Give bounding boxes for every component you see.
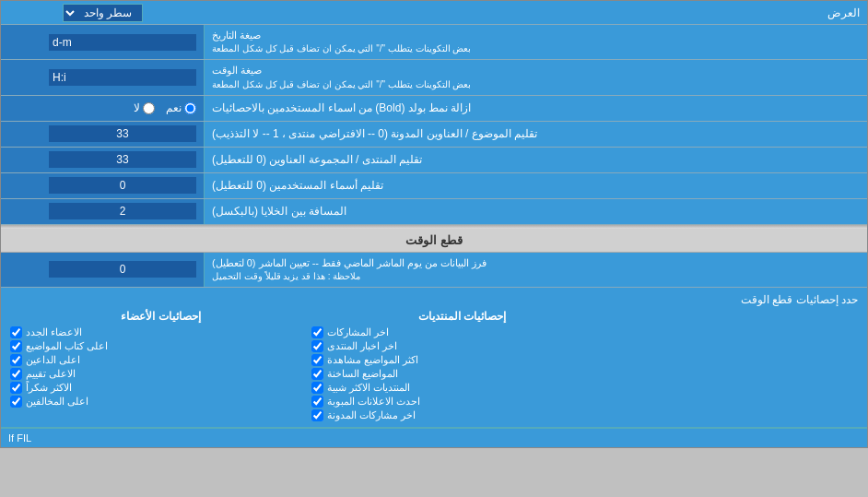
main-container: العرض سطر واحد سطرين ثلاثة أسطر صيغة الت…: [0, 0, 868, 448]
col3-header-spacer: [613, 310, 854, 326]
date-format-row: صيغة التاريخ بعض التكوينات يتطلب "/" الت…: [1, 25, 867, 60]
display-mode-row: العرض سطر واحد سطرين ثلاثة أسطر: [1, 1, 867, 25]
remove-bold-row: ازالة نمط بولد (Bold) من اسماء المستخدمي…: [1, 96, 867, 122]
cell-spacing-row: المسافة بين الخلايا (بالبكسل) 2: [1, 199, 867, 225]
stat-top-rated[interactable]: الاعلى تقييم: [10, 368, 311, 380]
stats-section: حدد إحصائيات قطع الوقت إحصائيات المنتديا…: [1, 288, 867, 428]
remove-bold-radio-group: نعم لا: [134, 101, 196, 114]
stat-last-posts[interactable]: اخر المشاركات: [311, 326, 613, 338]
stat-popular-forums[interactable]: المنتديات الاكثر شبية: [311, 382, 613, 394]
display-mode-label: العرض: [204, 3, 867, 23]
remove-bold-label: ازالة نمط بولد (Bold) من اسماء المستخدمي…: [204, 96, 867, 121]
cutoff-row: فرز البيانات من يوم الماشر الماضي فقط --…: [1, 253, 867, 288]
checkbox-top-violators[interactable]: [10, 396, 22, 408]
trim-usernames-input-area[interactable]: 0: [1, 173, 204, 198]
radio-yes-label[interactable]: نعم: [166, 101, 196, 114]
checkbox-last-posts[interactable]: [311, 326, 323, 338]
checkbox-top-authors[interactable]: [10, 340, 22, 352]
forum-stats-col: إحصائيات المنتديات اخر المشاركات اخر اخب…: [311, 310, 613, 421]
footer-text: If FIL: [8, 432, 31, 444]
cell-spacing-input-area[interactable]: 2: [1, 199, 204, 224]
stat-top-violators[interactable]: اعلى المخالفين: [10, 396, 311, 408]
sort-forum-input[interactable]: 33: [49, 151, 196, 168]
member-stats-col: إحصائيات الأعضاء الاعضاء الجدد اعلى كتاب…: [10, 310, 311, 421]
checkbox-new-members[interactable]: [10, 326, 22, 338]
cutoff-input-area[interactable]: 0: [1, 253, 204, 287]
checkbox-popular-forums[interactable]: [311, 382, 323, 394]
stat-classified-ads[interactable]: احدث الاعلانات المبوبة: [311, 396, 613, 408]
stat-blog-posts[interactable]: اخر مشاركات المدونة: [311, 409, 613, 421]
checkbox-most-viewed[interactable]: [311, 354, 323, 366]
stat-most-viewed[interactable]: اكثر المواضيع مشاهدة: [311, 354, 613, 366]
trim-usernames-label: تقليم أسماء المستخدمين (0 للتعطيل): [204, 173, 867, 198]
member-stats-header: إحصائيات الأعضاء: [10, 310, 311, 323]
checkbox-forum-news[interactable]: [311, 340, 323, 352]
cell-spacing-input[interactable]: 2: [49, 203, 196, 219]
date-format-label: صيغة التاريخ بعض التكوينات يتطلب "/" الت…: [204, 25, 867, 59]
checkbox-hot-topics[interactable]: [311, 368, 323, 380]
radio-yes[interactable]: [184, 102, 196, 114]
sort-subjects-row: تقليم الموضوع / العناوين المدونة (0 -- ا…: [1, 122, 867, 148]
stat-hot-topics[interactable]: المواضيع الساخنة: [311, 368, 613, 380]
cell-spacing-label: المسافة بين الخلايا (بالبكسل): [204, 199, 867, 224]
trim-usernames-input[interactable]: 0: [49, 177, 196, 194]
stats-columns: إحصائيات المنتديات اخر المشاركات اخر اخب…: [10, 310, 858, 421]
checkbox-most-thanked[interactable]: [10, 382, 22, 394]
forum-stats-header: إحصائيات المنتديات: [311, 310, 613, 323]
trim-usernames-row: تقليم أسماء المستخدمين (0 للتعطيل) 0: [1, 173, 867, 199]
display-mode-select-area[interactable]: سطر واحد سطرين ثلاثة أسطر: [1, 2, 204, 24]
col-label: [613, 310, 858, 421]
stat-top-authors[interactable]: اعلى كتاب المواضيع: [10, 340, 311, 352]
radio-no-label[interactable]: لا: [134, 101, 155, 114]
cutoff-input[interactable]: 0: [49, 261, 196, 278]
sort-subjects-input[interactable]: 33: [49, 125, 196, 142]
sort-subjects-label: تقليم الموضوع / العناوين المدونة (0 -- ا…: [204, 122, 867, 147]
sort-forum-label: تقليم المنتدى / المجموعة العناوين (0 للت…: [204, 148, 867, 172]
sort-subjects-input-area[interactable]: 33: [1, 122, 204, 147]
cutoff-label: فرز البيانات من يوم الماشر الماضي فقط --…: [204, 253, 867, 287]
time-format-row: صيغة الوقت بعض التكوينات يتطلب "/" التي …: [1, 60, 867, 95]
checkbox-blog-posts[interactable]: [311, 409, 323, 421]
stat-most-thanked[interactable]: الاكثر شكراً: [10, 382, 311, 394]
radio-no[interactable]: [143, 102, 155, 114]
checkbox-classified-ads[interactable]: [311, 396, 323, 408]
stat-forum-news[interactable]: اخر اخبار المنتدى: [311, 340, 613, 352]
display-mode-select[interactable]: سطر واحد سطرين ثلاثة أسطر: [63, 4, 143, 22]
sort-forum-row: تقليم المنتدى / المجموعة العناوين (0 للت…: [1, 148, 867, 173]
footer: If FIL: [1, 428, 867, 447]
sort-forum-input-area[interactable]: 33: [1, 148, 204, 172]
remove-bold-input-area: نعم لا: [1, 96, 204, 121]
time-format-label: صيغة الوقت بعض التكوينات يتطلب "/" التي …: [204, 60, 867, 94]
date-format-input-area[interactable]: d-m: [1, 25, 204, 59]
stat-new-members[interactable]: الاعضاء الجدد: [10, 326, 311, 338]
stat-top-inviters[interactable]: اعلى الداعين: [10, 354, 311, 366]
cutoff-section-header: قطع الوقت: [1, 229, 867, 253]
time-format-input-area[interactable]: H:i: [1, 60, 204, 94]
time-format-input[interactable]: H:i: [49, 69, 196, 86]
checkbox-top-rated[interactable]: [10, 368, 22, 380]
checkbox-top-inviters[interactable]: [10, 354, 22, 366]
stats-header: حدد إحصائيات قطع الوقت: [10, 293, 858, 306]
date-format-input[interactable]: d-m: [49, 34, 196, 51]
